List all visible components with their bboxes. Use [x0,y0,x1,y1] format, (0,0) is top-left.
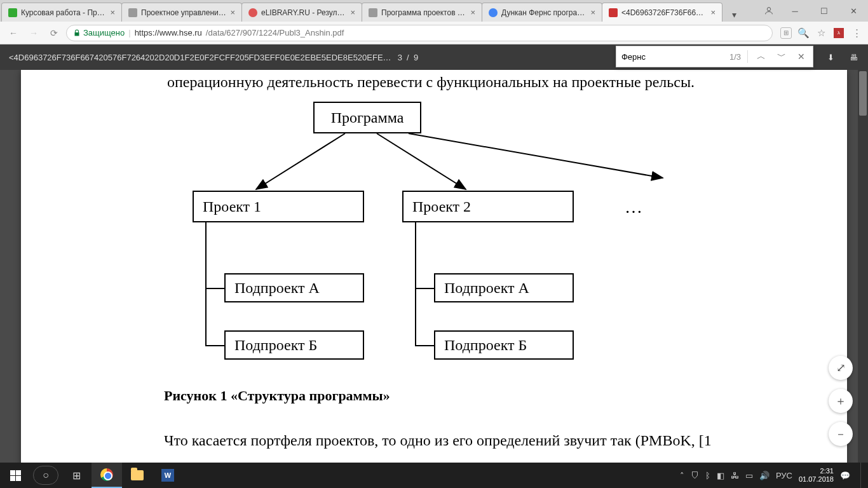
download-icon[interactable]: ⬇ [825,51,836,63]
tray-volume-icon[interactable]: 🔊 [759,471,770,480]
find-in-page-bar: 1/3 ︿ ﹀ ✕ [616,46,813,67]
menu-icon[interactable]: ⋮ [850,27,863,39]
tab-title: <4D6963726F736F66742… [621,8,707,17]
tab-title: Программа проектов -… [381,8,466,17]
tab-title: eLIBRARY.RU - Результа… [261,8,346,17]
start-button[interactable] [0,463,31,488]
tab-2[interactable]: Проектное управление… × [121,3,242,22]
figure-caption: Рисунок 1 «Структура программы» [164,388,390,404]
forward-button[interactable]: → [25,25,42,41]
omnibox[interactable]: Защищено | https://www.hse.ru/data/627/9… [66,25,773,41]
chrome-icon [100,468,113,481]
tray-aero-icon[interactable]: ◧ [717,471,724,480]
pdf-filename: <4D6963726F736F667420576F7264202D20D1F2E… [9,53,391,62]
tray-clock[interactable]: 2:31 01.07.2018 [799,467,834,484]
windows-logo-icon [10,470,21,481]
node-subproject-a-1: Подпроект А [224,273,364,302]
clock-date: 01.07.2018 [799,475,834,484]
node-subproject-b-2: Подпроект Б [434,330,574,360]
tab-4[interactable]: Программа проектов -… × [362,3,482,22]
favicon [609,8,618,17]
address-bar: ← → ⟳ Защищено | https://www.hse.ru/data… [0,22,868,44]
minimize-button[interactable]: ─ [780,0,810,22]
connector [205,222,207,346]
favicon [128,8,137,17]
svg-line-2 [377,133,466,189]
tab-5[interactable]: Дункан Фернс програм… × [482,3,602,22]
tray-language[interactable]: РУС [776,471,792,480]
search-button[interactable]: ○ [31,463,61,488]
doc-scrollbar[interactable] [858,70,868,463]
tray-defender-icon[interactable]: ⛉ [691,471,699,480]
zoom-out-button[interactable]: － [829,422,853,446]
secure-label: Защищено [83,28,125,37]
pdf-toolbar: <4D6963726F736F667420576F7264202D20D1F2E… [0,44,868,70]
profile-button[interactable] [757,0,780,22]
close-icon[interactable]: × [710,8,715,17]
favicon [8,8,17,17]
node-subproject-a-2: Подпроект А [434,273,574,302]
browser-tabstrip: Курсовая работа - Про… × Проектное управ… [0,0,868,22]
tab-3[interactable]: eLIBRARY.RU - Результа… × [241,3,362,22]
page-current: 3 [398,53,402,62]
url-host: https://www.hse.ru [135,28,202,37]
tray-bluetooth-icon[interactable]: ᛒ [705,471,710,480]
connector [415,288,434,289]
close-icon[interactable]: × [590,8,595,17]
close-icon[interactable]: × [110,8,115,17]
scrollbar-thumb[interactable] [859,71,867,116]
connector [415,222,416,346]
page-sep: / [407,53,409,62]
find-count: 1/3 [729,52,741,62]
zoom-icon[interactable]: 🔍 [797,27,810,39]
close-icon[interactable]: × [350,8,355,17]
tab-6-active[interactable]: <4D6963726F736F66742… × [602,3,722,22]
fit-page-button[interactable]: ⤢ [829,356,853,380]
back-button[interactable]: ← [5,25,22,41]
tab-title: Дункан Фернс програм… [501,8,587,17]
page-total: 9 [414,53,418,62]
node-ellipsis: … [625,197,642,217]
node-project-2: Проект 2 [402,191,574,222]
svg-point-0 [767,8,770,11]
close-icon[interactable]: × [470,8,475,17]
pdf-extension-icon[interactable]: λ [832,27,845,39]
zoom-in-button[interactable]: ＋ [829,389,853,413]
print-icon[interactable]: 🖶 [848,51,859,63]
bookmark-star-icon[interactable]: ☆ [815,27,827,39]
taskbar-app-chrome[interactable] [92,463,122,488]
taskbar-app-explorer[interactable] [122,463,153,488]
close-icon[interactable]: × [230,8,235,17]
find-prev-button[interactable]: ︿ [754,51,768,62]
window-controls: ─ ☐ ✕ [757,0,868,22]
svg-line-1 [256,133,345,189]
tray-chevron-icon[interactable]: ˄ [680,471,684,480]
close-window-button[interactable]: ✕ [839,0,868,22]
task-view-button[interactable]: ⊞ [61,463,92,488]
favicon [248,8,257,17]
show-desktop-button[interactable] [860,463,864,488]
connector [205,345,224,346]
find-next-button[interactable]: ﹀ [775,51,789,62]
pdf-zoom-controls: ⤢ ＋ － [829,356,853,446]
maximize-button[interactable]: ☐ [810,0,839,22]
clock-time: 2:31 [799,467,834,475]
taskbar-tray: ˄ ⛉ ᛒ ◧ 🖧 ▭ 🔊 РУС 2:31 01.07.2018 💬 [680,463,868,488]
divider [747,50,748,63]
action-center-icon[interactable]: 💬 [840,471,850,480]
find-input[interactable] [621,52,723,62]
favicon [489,8,498,17]
body-text-bottom: Что касается портфеля проектов, то одно … [164,432,712,449]
diagram: Программа Проект 1 Проект 2 … Подпроект … [135,95,745,394]
secure-indicator: Защищено [73,28,125,37]
taskbar-app-word[interactable]: W [153,463,183,488]
tab-1[interactable]: Курсовая работа - Про… × [1,3,122,22]
pdf-viewport[interactable]: операционную деятельность перевести с фу… [0,70,868,463]
find-close-button[interactable]: ✕ [795,51,808,62]
reload-button[interactable]: ⟳ [46,25,62,41]
tray-battery-icon[interactable]: ▭ [745,471,753,480]
new-tab-button[interactable]: ▾ [726,8,742,22]
tray-network-icon[interactable]: 🖧 [731,471,739,480]
translate-icon[interactable]: ⊞ [780,27,792,39]
taskbar: ○ ⊞ W ˄ ⛉ ᛒ ◧ 🖧 ▭ 🔊 РУС 2:31 01.07.2018 … [0,463,868,488]
